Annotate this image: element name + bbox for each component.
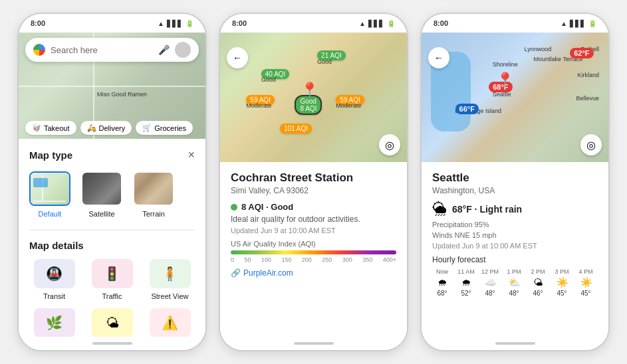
- recenter-button-2[interactable]: ◎: [379, 134, 400, 155]
- scale-250: 250: [322, 256, 332, 263]
- detail-covid[interactable]: ⚠️ COVID-19 Info: [145, 308, 195, 337]
- detail-airquality[interactable]: 🌿 Air quality: [29, 308, 79, 337]
- hourly-time-12pm: 12 PM: [481, 268, 499, 275]
- hourly-now: Now 🌧 68°: [432, 268, 452, 297]
- phone-3-bottom-bar: [422, 337, 608, 350]
- back-button-2[interactable]: ←: [227, 47, 248, 68]
- phone-2-map: 21 AQI Good 40 AQI Good Good8 AQI 59 AQI…: [220, 33, 407, 162]
- satellite-thumb-bg: [82, 173, 121, 205]
- purpleair-text: PurpleAir.com: [243, 268, 293, 278]
- good-label2: Good: [261, 76, 276, 83]
- weather-panel: Seattle Washington, USA 🌦 68°F · Light r…: [422, 162, 608, 337]
- phone-3: 8:00 ▲ ▋▋▋ 🔋 Lynnwood Mountlake Terrace …: [420, 13, 610, 351]
- category-groceries[interactable]: 🛒 Groceries: [136, 121, 193, 135]
- delivery-label: Delivery: [99, 124, 126, 132]
- phone-3-time: 8:00: [434, 19, 448, 27]
- covid-icon-box: ⚠️: [150, 308, 191, 337]
- temp-badge-62: 62°F: [570, 48, 593, 58]
- phone-2-top-bar: 8:00 ▲ ▋▋▋ 🔋: [220, 14, 407, 33]
- streetview-icon: 🧍: [162, 266, 178, 282]
- airquality-icon-box: 🌿: [34, 308, 75, 337]
- wifi-icon-2: ▲: [359, 20, 366, 27]
- hourly-temp-11am: 52°: [461, 290, 471, 297]
- aqi-scale-title: US Air Quality Index (AQI): [231, 240, 396, 248]
- hourly-temp-4pm: 45°: [580, 290, 590, 297]
- hourly-temp-now: 68°: [437, 290, 447, 297]
- signal-icon: ▋▋▋: [167, 20, 183, 27]
- map-type-terrain[interactable]: Terrain: [133, 171, 174, 218]
- default-label: Default: [39, 210, 62, 218]
- map-type-grid: Default Satellite Terrain: [29, 171, 195, 218]
- search-input-text[interactable]: Search here: [51, 45, 153, 55]
- hourly-time-now: Now: [436, 268, 448, 275]
- terrain-thumb-bg: [134, 173, 173, 205]
- phone-3-map: Lynnwood Mountlake Terrace Bothell Kirkl…: [422, 33, 608, 162]
- phone-1-content: Miso Good Ramen Search here 🎤 🥡 Takeout …: [19, 33, 205, 337]
- detail-transit[interactable]: 🚇 Transit: [29, 259, 79, 300]
- detail-streetview[interactable]: 🧍 Street View: [145, 259, 195, 300]
- kirkland-label: Kirkland: [577, 72, 599, 78]
- aqi-row: 8 AQI · Good: [231, 202, 396, 212]
- map-details-title: Map details: [29, 240, 195, 251]
- location-info-panel: Cochran Street Station Simi Valley, CA 9…: [220, 162, 407, 337]
- hourly-icon-now: 🌧: [438, 277, 447, 288]
- user-avatar[interactable]: [175, 42, 191, 58]
- delivery-icon: 🛵: [87, 124, 96, 132]
- city-region: Washington, USA: [432, 186, 598, 195]
- terrain-label: Terrain: [142, 210, 165, 218]
- signal-icon-2: ▋▋▋: [368, 20, 384, 27]
- battery-icon: 🔋: [186, 20, 193, 27]
- panel-header: Map type ×: [29, 148, 195, 162]
- phone-1-status-icons: ▲ ▋▋▋ 🔋: [158, 20, 193, 27]
- phone-2-time: 8:00: [232, 19, 247, 27]
- purpleair-link[interactable]: 🔗 PurpleAir.com: [231, 268, 396, 278]
- weather-icon-box: 🌤: [92, 308, 133, 337]
- hourly-temp-3pm: 45°: [557, 290, 566, 297]
- location-name: Cochran Street Station: [231, 171, 396, 185]
- mic-icon[interactable]: 🎤: [158, 45, 170, 55]
- phone-2-bottom-bar: [220, 337, 407, 350]
- satellite-label: Satellite: [88, 210, 114, 218]
- close-button[interactable]: ×: [188, 148, 195, 162]
- map-type-default[interactable]: Default: [29, 171, 70, 218]
- moderate-label2: Moderate: [336, 102, 361, 109]
- details-grid: 🚇 Transit 🚦 Traffic 🧍 Street View: [29, 259, 195, 337]
- detail-traffic[interactable]: 🚦 Traffic: [87, 259, 137, 300]
- detail-weather[interactable]: 🌤 Weather: [87, 308, 137, 337]
- recenter-button-3[interactable]: ◎: [580, 134, 602, 155]
- terrain-thumb: [133, 171, 174, 206]
- hourly-3pm: 3 PM ☀️ 45°: [552, 268, 572, 297]
- hourly-temp-1pm: 48°: [509, 290, 519, 297]
- default-thumb: [29, 171, 70, 206]
- transit-icon: 🚇: [46, 266, 63, 282]
- aqi-scale-bar: [231, 250, 396, 254]
- streetview-label: Street View: [151, 292, 188, 300]
- hourly-time-2pm: 2 PM: [531, 268, 545, 275]
- aqi-dot: [231, 204, 237, 211]
- divider: [29, 230, 195, 230]
- airquality-icon: 🌿: [46, 315, 63, 331]
- takeout-icon: 🥡: [32, 124, 41, 132]
- aqi-description: Ideal air quality for outdoor activities…: [231, 215, 396, 224]
- phone-2-status-icons: ▲ ▋▋▋ 🔋: [359, 20, 395, 27]
- hourly-icon-3pm: ☀️: [557, 277, 568, 288]
- hourly-icon-1pm: ⛅: [509, 277, 520, 288]
- scale-200: 200: [302, 256, 312, 263]
- satellite-thumb: [81, 171, 122, 206]
- search-bar[interactable]: Search here 🎤: [25, 38, 199, 62]
- category-takeout[interactable]: 🥡 Takeout: [25, 121, 76, 135]
- weather-precipitation: Precipitation 95%: [432, 221, 598, 228]
- phone-1-time: 8:00: [31, 19, 45, 27]
- purpleair-icon: 🔗: [231, 268, 241, 278]
- city-name: Seattle: [432, 171, 598, 185]
- back-button-3[interactable]: ←: [428, 47, 449, 68]
- hourly-forecast: Now 🌧 68° 11 AM 🌧 52° 12 PM ☁️ 48° 1 PM …: [432, 268, 598, 297]
- aqi-badge-mod3: 101 AQI: [280, 124, 312, 134]
- map-type-satellite[interactable]: Satellite: [81, 171, 122, 218]
- shoreline-label: Shoreline: [493, 61, 518, 68]
- location-pin-3: 📍: [496, 72, 514, 89]
- google-logo: [33, 44, 45, 56]
- phone-1-bottom-bar: [19, 337, 205, 350]
- hourly-temp-2pm: 46°: [533, 290, 543, 297]
- category-delivery[interactable]: 🛵 Delivery: [80, 121, 132, 135]
